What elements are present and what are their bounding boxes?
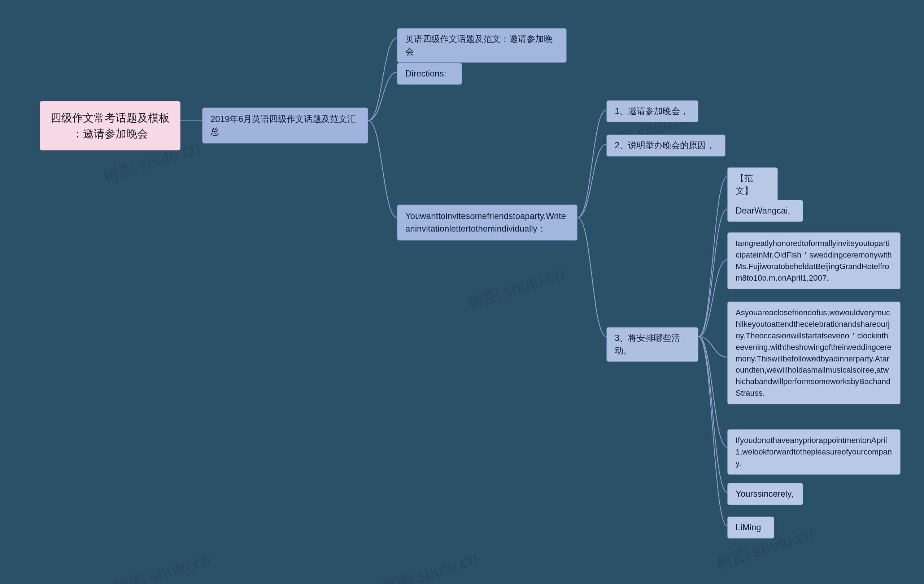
node-directions[interactable]: Directions:: [397, 63, 462, 85]
node-topic-title[interactable]: 英语四级作文话题及范文：邀请参加晚会: [397, 28, 567, 63]
root-line2: ：邀请参加晚会: [50, 126, 171, 142]
watermark: 树图 shutu.cn: [111, 548, 213, 584]
node-essay-signature[interactable]: LiMing: [727, 517, 774, 538]
node-point-2[interactable]: 2、说明举办晚会的原因，: [606, 135, 726, 156]
node-essay-greeting[interactable]: DearWangcai,: [727, 200, 803, 222]
node-essay-label[interactable]: 【范文】: [727, 167, 778, 202]
watermark: 树图 shutu.cn: [465, 263, 567, 315]
node-prompt[interactable]: Youwanttoinvitesomefriendstoaparty.Write…: [397, 204, 578, 240]
node-essay-signoff[interactable]: Yourssincerely,: [727, 483, 803, 505]
node-point-1[interactable]: 1、邀请参加晚会，: [606, 100, 698, 122]
node-essay-para2[interactable]: Asyouareaclosefriendofus,wewouldverymuch…: [727, 301, 901, 405]
node-essay-para3[interactable]: IfyoudonothaveanypriorappointmentonApril…: [727, 429, 901, 475]
node-point-3[interactable]: 3、将安排哪些活动。: [606, 327, 698, 362]
mindmap-root[interactable]: 四级作文常考话题及模板 ：邀请参加晚会: [40, 101, 180, 150]
watermark: 树图 shutu.cn: [378, 548, 480, 584]
root-line1: 四级作文常考话题及模板: [50, 110, 171, 126]
node-2019-summary[interactable]: 2019年6月英语四级作文话题及范文汇总: [202, 107, 368, 143]
node-essay-para1[interactable]: Iamgreatlyhonoredtoformallyinviteyoutopa…: [727, 232, 901, 289]
